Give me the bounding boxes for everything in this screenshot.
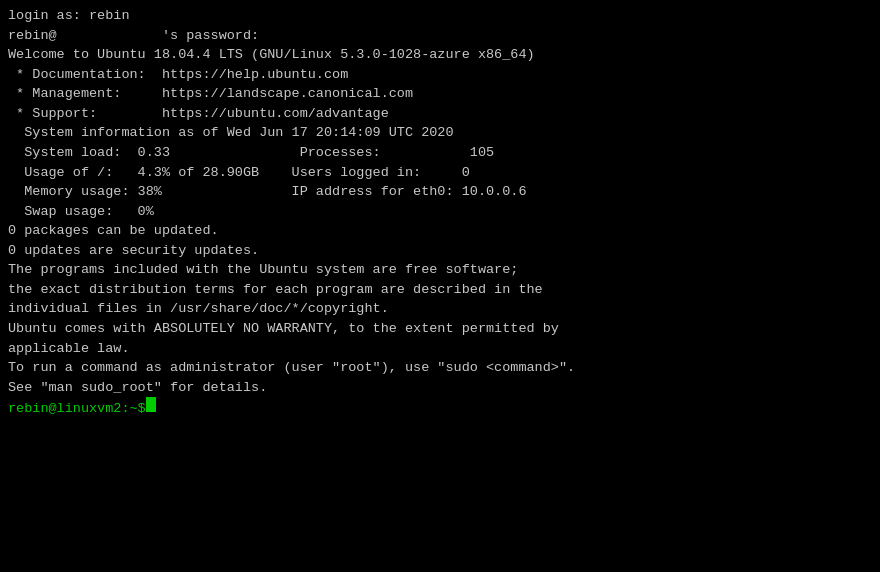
terminal-line: applicable law. <box>8 339 872 359</box>
terminal-line: 0 updates are security updates. <box>8 241 872 261</box>
prompt-text: rebin@linuxvm2:~$ <box>8 399 146 419</box>
terminal-line: See "man sudo_root" for details. <box>8 378 872 398</box>
terminal-line: The programs included with the Ubuntu sy… <box>8 260 872 280</box>
cursor-block <box>146 397 156 412</box>
terminal-line: System information as of Wed Jun 17 20:1… <box>8 123 872 143</box>
terminal-line: Ubuntu comes with ABSOLUTELY NO WARRANTY… <box>8 319 872 339</box>
terminal-line: * Support: https://ubuntu.com/advantage <box>8 104 872 124</box>
terminal-line: Welcome to Ubuntu 18.04.4 LTS (GNU/Linux… <box>8 45 872 65</box>
terminal-line: 0 packages can be updated. <box>8 221 872 241</box>
terminal-line: individual files in /usr/share/doc/*/cop… <box>8 299 872 319</box>
terminal-window: login as: rebinrebin@ 's password:Welcom… <box>8 6 872 566</box>
terminal-line: To run a command as administrator (user … <box>8 358 872 378</box>
terminal-line: Swap usage: 0% <box>8 202 872 222</box>
terminal-line: * Documentation: https://help.ubuntu.com <box>8 65 872 85</box>
terminal-line: Memory usage: 38% IP address for eth0: 1… <box>8 182 872 202</box>
terminal-line: rebin@ 's password: <box>8 26 872 46</box>
terminal-line: login as: rebin <box>8 6 872 26</box>
terminal-line: Usage of /: 4.3% of 28.90GB Users logged… <box>8 163 872 183</box>
terminal-line: the exact distribution terms for each pr… <box>8 280 872 300</box>
prompt-line: rebin@linuxvm2:~$ <box>8 397 872 419</box>
terminal-line: System load: 0.33 Processes: 105 <box>8 143 872 163</box>
terminal-line: * Management: https://landscape.canonica… <box>8 84 872 104</box>
